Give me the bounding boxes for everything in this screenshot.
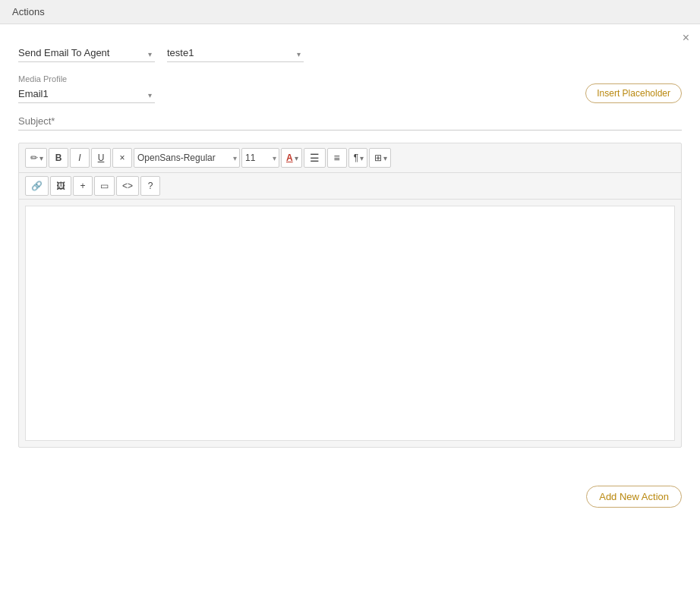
format-dropdown-button[interactable]: ✏ ▾ [25,148,47,168]
close-button[interactable]: × [683,32,689,44]
help-button[interactable]: ? [140,176,160,196]
table-icon: ⊞ [374,153,382,163]
link-button[interactable]: 🔗 [25,176,49,196]
agent-container: teste1 teste2 teste3 ▾ [167,46,304,62]
add-button[interactable]: + [73,176,93,196]
ordered-list-icon: ≡ [334,152,340,164]
action-type-dropdown[interactable]: Send Email To Agent Send Email To Custom… [18,46,155,62]
subject-input[interactable] [18,115,682,127]
media-profile-dropdown[interactable]: Email1 Email2 [18,87,155,103]
toolbar-row-1: ✏ ▾ B I U × OpenSans-Regular Arial Helve… [19,143,681,173]
link-icon: 🔗 [31,181,43,191]
panel-body: × Send Email To Agent Send Email To Cust… [0,24,700,478]
size-select-container: 8910 111214 16182436 ▾ [241,148,279,168]
unordered-list-icon: ☰ [310,152,320,164]
color-dropdown-button[interactable]: A ▾ [281,148,302,168]
media-profile-block: Media Profile Email1 Email2 ▾ [18,74,155,103]
align-dropdown-arrow: ▾ [360,154,364,162]
toolbar-row-2: 🔗 🖼 + ▭ <> ? [19,173,681,200]
code-button[interactable]: <> [116,176,139,196]
font-size-dropdown[interactable]: 8910 111214 16182436 [241,148,279,168]
color-dropdown-arrow: ▾ [295,154,298,162]
editor-body[interactable] [25,206,675,441]
insert-placeholder-button[interactable]: Insert Placeholder [585,83,682,103]
clear-format-button[interactable]: × [112,148,132,168]
table-dropdown-arrow: ▾ [383,154,387,162]
align-dropdown-button[interactable]: ¶ ▾ [348,148,367,168]
color-icon: A [286,153,293,163]
media-profile-container: Email1 Email2 ▾ [18,87,155,103]
add-new-action-button[interactable]: Add New Action [586,486,682,508]
align-icon: ¶ [354,153,358,163]
action-type-container: Send Email To Agent Send Email To Custom… [18,46,155,62]
ordered-list-button[interactable]: ≡ [327,148,347,168]
top-selects-row: Send Email To Agent Send Email To Custom… [18,46,682,62]
frame-button[interactable]: ▭ [94,176,115,196]
agent-dropdown[interactable]: teste1 teste2 teste3 [167,46,304,62]
panel-header: Actions [0,0,700,24]
bold-button[interactable]: B [49,148,68,168]
panel-title: Actions [12,6,45,17]
footer-row: Add New Action [0,478,700,523]
underline-button[interactable]: U [91,148,111,168]
pencil-icon: ✏ [30,153,38,163]
frame-icon: ▭ [100,181,109,191]
editor-container: ✏ ▾ B I U × OpenSans-Regular Arial Helve… [18,143,682,448]
image-button[interactable]: 🖼 [50,176,71,196]
page-container: Actions × Send Email To Agent Send Email… [0,0,700,604]
font-select-container: OpenSans-Regular Arial Helvetica Times N… [134,148,240,168]
table-dropdown-button[interactable]: ⊞ ▾ [369,148,391,168]
media-profile-row: Media Profile Email1 Email2 ▾ Insert Pla… [18,74,682,103]
format-dropdown-arrow: ▾ [39,154,43,162]
media-profile-label: Media Profile [18,74,155,83]
unordered-list-button[interactable]: ☰ [304,148,326,168]
italic-button[interactable]: I [70,148,90,168]
image-icon: 🖼 [56,181,65,191]
subject-row [18,115,682,131]
font-family-dropdown[interactable]: OpenSans-Regular Arial Helvetica Times N… [134,148,240,168]
